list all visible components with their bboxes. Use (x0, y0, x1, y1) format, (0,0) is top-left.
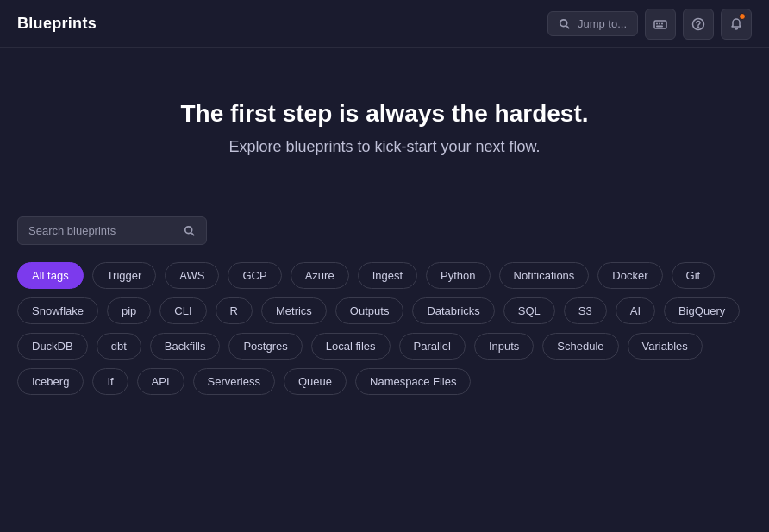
tag-bigquery[interactable]: BigQuery (664, 297, 740, 324)
tag-notifications[interactable]: Notifications (499, 262, 590, 289)
header-actions: Jump to... (547, 9, 752, 40)
tag-postgres[interactable]: Postgres (228, 333, 302, 360)
search-icon (184, 225, 196, 237)
jump-to-button[interactable]: Jump to... (547, 11, 638, 36)
tag-gcp[interactable]: GCP (228, 262, 281, 289)
keyboard-icon (653, 17, 667, 31)
tag-trigger[interactable]: Trigger (92, 262, 157, 289)
tag-inputs[interactable]: Inputs (474, 333, 534, 360)
tag-pip[interactable]: pip (107, 297, 151, 324)
tag-if[interactable]: If (92, 368, 128, 395)
svg-line-10 (191, 233, 194, 235)
tag-azure[interactable]: Azure (291, 262, 349, 289)
tag-cli[interactable]: CLI (159, 297, 206, 324)
tag-git[interactable]: Git (672, 262, 716, 289)
tag-aws[interactable]: AWS (165, 262, 219, 289)
tag-schedule[interactable]: Schedule (542, 333, 618, 360)
svg-point-0 (560, 19, 567, 26)
tag-namespace-files[interactable]: Namespace Files (355, 368, 471, 395)
tag-sql[interactable]: SQL (503, 297, 555, 324)
keyboard-shortcut-button[interactable] (645, 9, 676, 40)
jump-to-label: Jump to... (578, 17, 627, 30)
logo: Blueprints (17, 15, 97, 33)
tag-duckdb[interactable]: DuckDB (17, 333, 88, 360)
tag-outputs[interactable]: Outputs (335, 297, 404, 324)
search-container[interactable] (17, 216, 207, 245)
tags-container: All tagsTriggerAWSGCPAzureIngestPythonNo… (17, 262, 752, 395)
search-icon (559, 18, 571, 30)
tag-r[interactable]: R (216, 297, 253, 324)
tag-python[interactable]: Python (426, 262, 490, 289)
tag-s3[interactable]: S3 (564, 297, 607, 324)
tag-metrics[interactable]: Metrics (261, 297, 327, 324)
tag-databricks[interactable]: Databricks (412, 297, 494, 324)
tag-ingest[interactable]: Ingest (358, 262, 417, 289)
content-area: All tagsTriggerAWSGCPAzureIngestPythonNo… (0, 199, 769, 412)
tag-api[interactable]: API (137, 368, 184, 395)
svg-point-8 (698, 27, 699, 28)
header: Blueprints Jump to... (0, 0, 769, 48)
tag-variables[interactable]: Variables (628, 333, 703, 360)
tag-snowflake[interactable]: Snowflake (17, 297, 98, 324)
svg-rect-2 (654, 21, 666, 28)
tag-docker[interactable]: Docker (597, 262, 662, 289)
notification-badge (739, 13, 746, 20)
tag-local-files[interactable]: Local files (311, 333, 391, 360)
tag-ai[interactable]: AI (616, 297, 655, 324)
svg-line-1 (566, 26, 569, 28)
hero-title: The first step is always the hardest. (180, 100, 588, 128)
question-icon (691, 17, 705, 31)
search-input[interactable] (28, 224, 177, 237)
tag-queue[interactable]: Queue (284, 368, 347, 395)
tag-serverless[interactable]: Serverless (193, 368, 275, 395)
hero-subtitle: Explore blueprints to kick-start your ne… (228, 138, 540, 156)
help-button[interactable] (683, 9, 714, 40)
tag-all-tags[interactable]: All tags (17, 262, 84, 289)
svg-point-9 (185, 226, 192, 233)
tag-backfills[interactable]: Backfills (150, 333, 221, 360)
hero-section: The first step is always the hardest. Ex… (0, 48, 769, 199)
tag-dbt[interactable]: dbt (97, 333, 141, 360)
notification-button[interactable] (721, 9, 752, 40)
tag-parallel[interactable]: Parallel (399, 333, 466, 360)
tag-iceberg[interactable]: Iceberg (17, 368, 84, 395)
